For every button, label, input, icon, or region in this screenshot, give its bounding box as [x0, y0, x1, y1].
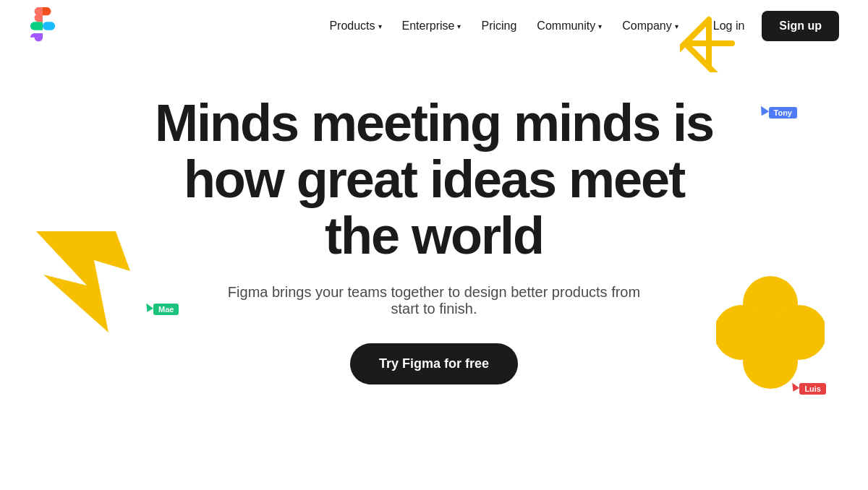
cursor-mae: Mae	[145, 304, 179, 315]
svg-point-9	[756, 318, 785, 347]
cursor-tony: Tony	[759, 107, 797, 119]
chevron-down-icon: ▾	[598, 22, 602, 30]
signup-button[interactable]: Sign up	[762, 11, 839, 41]
login-button[interactable]: Log in	[702, 12, 757, 40]
cursor-arrow-icon	[789, 381, 799, 392]
cursor-mae-label: Mae	[153, 304, 179, 315]
svg-marker-4	[36, 231, 130, 332]
nav-pricing[interactable]: Pricing	[472, 14, 525, 38]
chevron-down-icon: ▾	[378, 22, 382, 30]
nav-community[interactable]: Community ▾	[528, 14, 610, 38]
nav-enterprise[interactable]: Enterprise ▾	[393, 14, 470, 38]
logo[interactable]	[29, 7, 56, 46]
chevron-down-icon: ▾	[457, 22, 461, 30]
cursor-tony-label: Tony	[769, 107, 797, 119]
nav-links: Products ▾ Enterprise ▾ Pricing Communit…	[320, 14, 686, 38]
nav-company[interactable]: Company ▾	[613, 14, 686, 38]
flower-decoration	[716, 275, 825, 393]
nav-actions: Log in Sign up	[702, 11, 839, 41]
cursor-luis: Luis	[791, 383, 826, 395]
cursor-luis-label: Luis	[799, 383, 826, 395]
navbar: Products ▾ Enterprise ▾ Pricing Communit…	[0, 0, 868, 52]
lightning-decoration	[36, 231, 130, 335]
cursor-arrow-icon	[143, 301, 153, 312]
hero-title: Minds meeting minds is how great ideas m…	[152, 95, 716, 264]
chevron-down-icon: ▾	[675, 22, 678, 30]
nav-products[interactable]: Products ▾	[320, 14, 390, 38]
cta-button[interactable]: Try Figma for free	[350, 343, 518, 384]
hero-subtitle: Figma brings your teams together to desi…	[217, 284, 651, 317]
